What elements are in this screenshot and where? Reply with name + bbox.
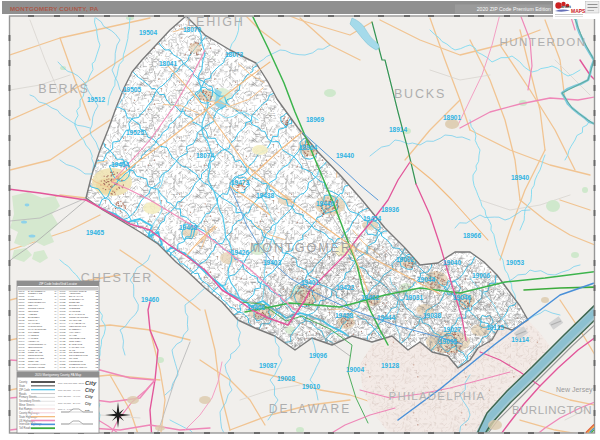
svg-text:19460: 19460 [141,296,159,303]
svg-text:RED HILL: RED HILL [28,304,39,306]
svg-text:MONTGOMERY COUNTY, PA: MONTGOMERY COUNTY, PA [10,5,99,12]
svg-text:19035: 19035 [60,319,67,321]
svg-text:Church: Church [227,232,233,234]
svg-text:EAST GREENVIL: EAST GREENVIL [28,290,46,292]
svg-text:NORTH WALES: NORTH WALES [28,357,44,359]
svg-text:Ridge: Ridge [226,297,232,299]
svg-text:19426: 19426 [60,337,67,339]
svg-text:GWYNEDD: GWYNEDD [28,331,40,333]
svg-text:19004: 19004 [346,366,364,373]
svg-text:FT WASHINGTON: FT WASHINGTON [28,328,47,330]
svg-text:19464: 19464 [60,360,67,362]
svg-text:19426: 19426 [231,249,249,256]
svg-text:Maple: Maple [302,162,308,164]
svg-text:FAIRVIEW VLG: FAIRVIEW VLG [69,346,85,348]
svg-text:Hill Rd: Hill Rd [269,112,275,114]
svg-text:19038: 19038 [60,307,67,309]
svg-text:Toll Roads: Toll Roads [19,426,32,430]
svg-text:DELAWARE: DELAWARE [269,402,351,416]
svg-text:19525: 19525 [126,129,144,136]
svg-text:TRAPPE: TRAPPE [69,357,78,359]
svg-text:Park: Park [319,166,323,168]
svg-text:2020 Montgomery County, PA Map: 2020 Montgomery County, PA Map [35,373,82,377]
svg-text:18070: 18070 [19,295,26,297]
svg-text:Hill Rd: Hill Rd [228,248,234,250]
svg-text:TELFORD: TELFORD [28,310,39,312]
svg-text:Hill Rd: Hill Rd [275,242,281,244]
svg-text:19038: 19038 [423,312,441,319]
svg-text:19446: 19446 [19,349,26,351]
svg-text:LAFAYETTE HIL: LAFAYETTE HIL [69,322,86,324]
svg-text:Oak Ln: Oak Ln [212,219,218,221]
svg-text:19027: 19027 [60,304,67,306]
svg-text:19001: 19001 [60,292,67,294]
svg-text:Hill Rd: Hill Rd [342,236,348,238]
svg-text:19053: 19053 [506,259,524,266]
svg-text:BURLINGTON: BURLINGTON [512,404,592,416]
svg-text:19085: 19085 [60,331,67,333]
svg-text:19428: 19428 [335,312,353,319]
svg-text:Main St: Main St [178,59,185,61]
svg-text:Maple: Maple [149,180,155,182]
svg-text:GLENSIDE: GLENSIDE [69,307,81,309]
svg-text:GILBERTSVILLE: GILBERTSVILLE [69,363,86,365]
svg-text:OAKS: OAKS [69,349,76,351]
svg-text:EAGLEVILLE: EAGLEVILLE [69,343,83,345]
svg-text:Exit Ramps: Exit Ramps [19,407,33,411]
svg-text:CHALFONT: CHALFONT [28,322,40,324]
svg-text:18969: 18969 [306,116,324,123]
svg-text:Pop. 25,000 - 49,999: Pop. 25,000 - 49,999 [58,395,81,398]
svg-text:19428: 19428 [60,316,67,318]
svg-text:Oak Ln: Oak Ln [286,198,292,200]
svg-text:19008: 19008 [277,375,295,382]
svg-text:Maple: Maple [185,150,191,152]
svg-text:18074: 18074 [196,152,214,159]
svg-text:HUNTERDON: HUNTERDON [500,36,587,48]
svg-text:Mill Rd: Mill Rd [225,221,231,223]
svg-text:Park: Park [314,168,318,170]
svg-text:Hill Rd: Hill Rd [184,134,190,136]
svg-text:Pop. 100,000 and Above: Pop. 100,000 and Above [58,382,85,385]
svg-text:Hill Rd: Hill Rd [374,243,380,245]
svg-text:PLYMOUTH MTG: PLYMOUTH MTG [28,363,46,365]
svg-text:19462: 19462 [19,363,26,365]
svg-text:18966: 18966 [463,232,481,239]
svg-text:19504: 19504 [139,29,157,36]
svg-text:19468: 19468 [179,224,197,231]
svg-text:PALM: PALM [28,295,34,297]
svg-text:NORRISTOWN: NORRISTOWN [28,354,44,356]
svg-text:WYNCOTE: WYNCOTE [69,310,81,312]
svg-text:18901: 18901 [443,114,461,121]
svg-text:Mill Rd: Mill Rd [225,125,231,127]
svg-text:Roads: Roads [19,392,27,396]
svg-text:Mill Rd: Mill Rd [150,65,156,67]
svg-text:Valley: Valley [175,89,180,91]
svg-text:CHELTENHAM: CHELTENHAM [69,298,84,300]
svg-text:19115: 19115 [486,324,504,331]
svg-text:ZIP Code Index/Grid Locator: ZIP Code Index/Grid Locator [39,282,77,286]
svg-text:Valley: Valley [362,301,367,303]
svg-text:18054: 18054 [19,292,26,294]
svg-text:SPRING HOUSE: SPRING HOUSE [28,366,45,368]
svg-text:19422: 19422 [336,284,354,291]
svg-text:18073: 18073 [19,298,26,300]
svg-text:19128: 19128 [381,362,399,369]
svg-text:BERKS: BERKS [38,82,89,96]
svg-text:19454: 19454 [19,357,26,359]
svg-text:BLUE BELL: BLUE BELL [28,316,40,318]
svg-text:19096: 19096 [309,352,327,359]
svg-text:19403: 19403 [263,259,281,266]
svg-text:19438: 19438 [256,192,274,199]
svg-text:Mill Rd: Mill Rd [250,281,256,283]
svg-text:SUMNEYTOWN: SUMNEYTOWN [28,307,44,309]
svg-text:19087: 19087 [60,334,67,336]
svg-text:Church: Church [253,242,259,244]
svg-text:19002: 19002 [19,313,26,315]
svg-text:19010: 19010 [302,383,320,390]
svg-text:18074: 18074 [19,301,26,303]
svg-text:19075: 19075 [19,360,26,362]
svg-text:Main St: Main St [171,193,178,195]
svg-text:Ridge: Ridge [285,232,291,234]
svg-text:MERION STATIO: MERION STATIO [69,325,86,327]
svg-text:Hill Rd: Hill Rd [229,69,235,71]
